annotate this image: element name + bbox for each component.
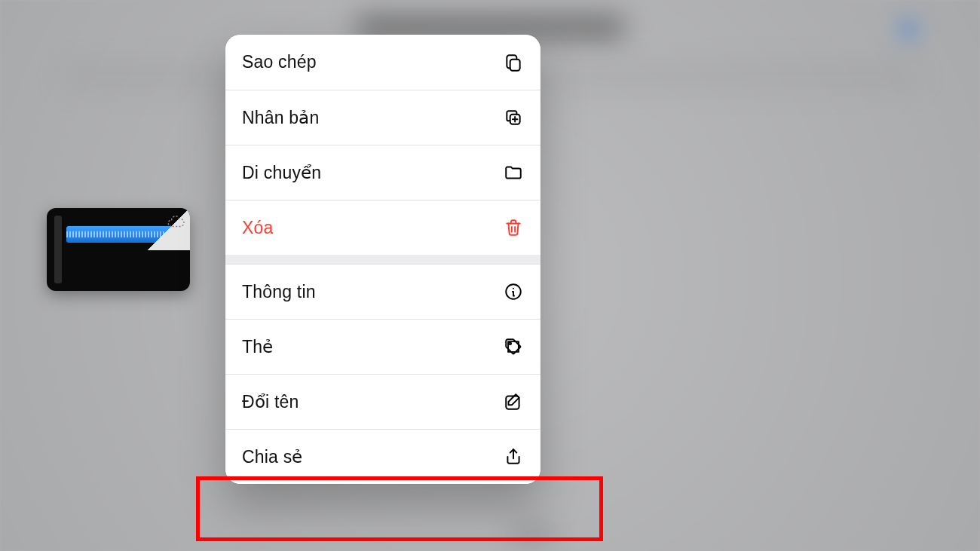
tags-item[interactable]: Thẻ <box>225 319 541 374</box>
tag-icon <box>503 336 524 357</box>
info-icon <box>503 281 524 302</box>
thumbnail-sidebar <box>54 216 62 283</box>
info-item[interactable]: Thông tin <box>225 264 541 319</box>
rename-item[interactable]: Đổi tên <box>225 374 541 429</box>
blurred-footer <box>510 527 555 542</box>
folder-icon <box>503 162 524 183</box>
trash-icon <box>503 217 524 238</box>
context-menu: Sao chép Nhân bản Di chuyển Xóa <box>225 35 541 484</box>
blurred-action <box>897 18 920 41</box>
cloud-download-icon <box>166 213 185 228</box>
move-item[interactable]: Di chuyển <box>225 145 541 200</box>
menu-item-label: Nhân bản <box>242 108 320 128</box>
copy-item[interactable]: Sao chép <box>225 35 541 90</box>
duplicate-icon <box>503 107 524 128</box>
edit-icon <box>503 391 524 412</box>
menu-item-label: Chia sẻ <box>242 447 303 467</box>
share-item[interactable]: Chia sẻ <box>225 429 541 484</box>
project-thumbnail[interactable] <box>47 208 190 291</box>
delete-item[interactable]: Xóa <box>225 200 541 255</box>
svg-point-3 <box>509 342 511 344</box>
svg-rect-0 <box>510 59 520 70</box>
menu-item-label: Sao chép <box>242 52 317 72</box>
duplicate-item[interactable]: Nhân bản <box>225 90 541 145</box>
copy-icon <box>503 52 524 73</box>
share-icon <box>503 446 524 467</box>
menu-item-label: Di chuyển <box>242 163 321 183</box>
menu-item-label: Thông tin <box>242 282 316 302</box>
menu-separator <box>225 255 541 264</box>
menu-item-label: Đổi tên <box>242 392 299 412</box>
menu-item-label: Thẻ <box>242 337 273 357</box>
menu-item-label: Xóa <box>242 218 274 238</box>
